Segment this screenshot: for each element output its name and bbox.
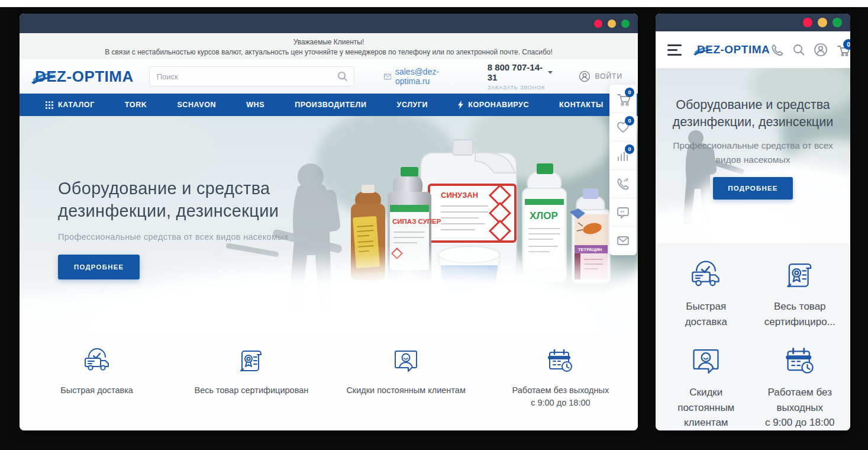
callback-link[interactable]: ЗАКАЗАТЬ ЗВОНОК [488, 84, 553, 91]
svg-text:ТЕТРАЦИН: ТЕТРАЦИН [578, 247, 602, 252]
hero-title-line1: Оборудование и средства [664, 97, 842, 114]
mobile-logo[interactable]: DEZ-OPTIMA [697, 43, 770, 56]
nav-label: WHS [246, 101, 264, 109]
mobile-header: DEZ-OPTIMA [656, 31, 850, 68]
nav-item-kontakty[interactable]: КОНТАКТЫ [559, 101, 604, 109]
main-navigation: КАТАЛОГ TORK SCHAVON WHS ПРОИЗВОДИТЕЛИ У… [20, 94, 638, 116]
feature-label-line1: Работаем без выходных [483, 384, 638, 397]
search-box [149, 66, 354, 86]
mobile-hero-text-block: Оборудование и средства дезинфекции, дез… [656, 97, 850, 200]
compare-count-badge: 0 [625, 144, 634, 154]
mobile-hero-banner: Оборудование и средства дезинфекции, дез… [656, 68, 850, 243]
hero-cta-button[interactable]: ПОДРОБНЕЕ [58, 255, 140, 279]
feature-fast-delivery: Быстрая доставка [659, 259, 753, 329]
compare-button[interactable]: 0 [609, 142, 637, 170]
wishlist-count-badge: 0 [625, 116, 634, 126]
feature-open-hours: Работаем без выходных с 9:00 до 18:00 [483, 346, 638, 430]
callback-button[interactable] [609, 170, 637, 198]
feature-discounts: Скидки постоянным клиентам [659, 345, 753, 430]
close-window-button[interactable] [803, 18, 812, 27]
nav-item-katalog[interactable]: КАТАЛОГ [46, 101, 95, 109]
hero-title: Оборудование и средства дезинфекции, дез… [664, 97, 842, 131]
certificate-icon [783, 259, 817, 288]
hero-subtitle: Профессиональные средства от всех видов … [58, 232, 288, 242]
phone-number[interactable]: 8 800 707-14-31 [488, 62, 553, 82]
nav-label: TORK [125, 101, 147, 109]
notice-bar: Уважаемые Клиенты! В связи с нестабильно… [20, 33, 638, 59]
feature-label: Весь товар сертифициро... [753, 299, 847, 329]
feature-label-line2: с 9:00 до 18:00 [483, 397, 638, 409]
hamburger-menu-icon[interactable] [667, 44, 682, 56]
search-input[interactable] [150, 72, 354, 81]
wishlist-button[interactable]: 0 [609, 113, 637, 142]
logo-text: DEZ-OPTIMA [35, 68, 134, 86]
nav-label: УСЛУГИ [397, 101, 428, 109]
nav-item-whs[interactable]: WHS [246, 101, 264, 109]
phone-icon [616, 177, 630, 191]
grid-icon [46, 101, 53, 109]
hero-title: Оборудование и средства дезинфекции, дез… [58, 178, 288, 222]
mail-icon [616, 234, 630, 248]
svg-text:СИПАЗ СУПЕР: СИПАЗ СУПЕР [392, 218, 441, 225]
feature-certified: Весь товар сертифицирован [174, 346, 328, 430]
zoom-window-button[interactable] [832, 18, 842, 27]
header-phone-block: 8 800 707-14-31 ЗАКАЗАТЬ ЗВОНОК [488, 62, 553, 91]
minimize-window-button[interactable] [818, 18, 827, 27]
desktop-titlebar[interactable] [20, 14, 638, 33]
nav-label: КОРОНАВИРУС [468, 101, 529, 109]
nav-item-koronavirus[interactable]: КОРОНАВИРУС [458, 101, 529, 109]
close-window-button[interactable] [594, 20, 602, 28]
nav-label: SCHAVON [177, 101, 216, 109]
nav-item-schavon[interactable]: SCHAVON [177, 101, 216, 109]
cart-icon[interactable]: 0 [835, 43, 850, 57]
search-icon[interactable] [336, 70, 349, 83]
cart-count-badge: 0 [625, 88, 634, 97]
hero-text-block: Оборудование и средства дезинфекции, дез… [58, 178, 288, 279]
minimize-window-button[interactable] [608, 20, 616, 28]
feature-discounts: Скидки постоянным клиентам [329, 346, 483, 430]
envelope-icon [384, 73, 391, 80]
feature-label: Скидки постоянным клиентам [659, 385, 753, 430]
account-icon [579, 70, 591, 82]
nav-label: ПРОИЗВОДИТЕЛИ [295, 101, 366, 109]
mobile-titlebar[interactable] [656, 14, 850, 31]
nav-item-uslugi[interactable]: УСЛУГИ [397, 101, 428, 109]
delivery-truck-icon [689, 259, 722, 288]
hero-subtitle: Профессиональные средства от всех видов … [664, 139, 842, 167]
hero-cta-button[interactable]: ПОДРОБНЕЕ [713, 177, 792, 200]
chat-button[interactable] [609, 198, 637, 227]
delivery-truck-icon [83, 346, 111, 372]
email-link[interactable]: sales@dez-optima.ru [395, 67, 465, 86]
hero-title-line2: дезинфекции, дезинсекции [664, 114, 842, 131]
nav-item-tork[interactable]: TORK [125, 101, 147, 109]
zoom-window-button[interactable] [621, 20, 630, 28]
site-logo[interactable]: DEZ-OPTIMA [35, 68, 134, 86]
calendar-clock-icon [783, 345, 817, 374]
feature-label: Весь товар сертифицирован [174, 384, 328, 397]
account-icon[interactable] [814, 43, 828, 57]
nav-item-proizvoditeli[interactable]: ПРОИЗВОДИТЕЛИ [295, 101, 366, 109]
feature-certified: Весь товар сертифициро... [753, 259, 847, 329]
chevron-down-icon [548, 71, 553, 74]
client-support-icon [392, 346, 420, 372]
phone-number-text: 8 800 707-14-31 [488, 62, 545, 82]
nav-label: КАТАЛОГ [58, 101, 95, 109]
features-row: Быстрая доставка Весь товар сертифициров… [20, 335, 638, 430]
mobile-browser-window: DEZ-OPTIMA [656, 14, 850, 430]
calendar-clock-icon [546, 346, 575, 372]
phone-icon[interactable] [770, 43, 784, 57]
mail-button[interactable] [609, 227, 637, 255]
floating-side-panel: 0 0 0 [609, 85, 637, 255]
search-icon[interactable] [792, 43, 806, 57]
feature-label: Быстрая доставка [659, 299, 753, 329]
header-email: sales@dez-optima.ru [384, 67, 465, 86]
nav-label: КОНТАКТЫ [559, 101, 604, 109]
screenshot-canvas: Уважаемые Клиенты! В связи с нестабильно… [0, 0, 868, 450]
feature-label: Быстрая доставка [20, 384, 174, 397]
lightning-icon [458, 101, 463, 109]
feature-open-hours: Работаем без выходных с 9:00 до 18:00 [753, 345, 847, 430]
notice-line2: В связи с нестабильностью курсов валют, … [20, 47, 638, 57]
cart-button[interactable]: 0 [609, 85, 637, 113]
chat-icon [616, 205, 630, 220]
login-button[interactable]: ВОЙТИ [579, 70, 622, 82]
